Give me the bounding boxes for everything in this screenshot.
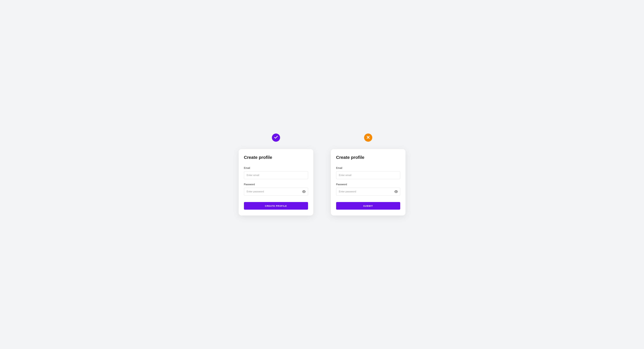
password-input[interactable] bbox=[244, 188, 308, 196]
email-input-wrap bbox=[336, 171, 400, 179]
card-title: Create profile bbox=[336, 155, 400, 160]
comparison-container: Create profile Email Password bbox=[239, 134, 406, 215]
good-card: Create profile Email Password bbox=[239, 149, 313, 215]
password-input-wrap bbox=[336, 188, 400, 196]
password-label: Password bbox=[244, 183, 308, 186]
password-label: Password bbox=[336, 183, 400, 186]
email-input[interactable] bbox=[244, 171, 308, 179]
card-title: Create profile bbox=[244, 155, 308, 160]
password-input[interactable] bbox=[336, 188, 400, 196]
check-badge bbox=[272, 134, 280, 142]
password-input-wrap bbox=[244, 188, 308, 196]
password-field-group: Password bbox=[244, 183, 308, 196]
eye-icon[interactable] bbox=[302, 190, 306, 193]
submit-button[interactable]: Submit bbox=[336, 202, 400, 210]
email-input[interactable] bbox=[336, 171, 400, 179]
check-icon bbox=[274, 135, 278, 140]
svg-point-0 bbox=[304, 191, 304, 192]
create-profile-button[interactable]: Create Profile bbox=[244, 202, 308, 210]
email-label: Email bbox=[244, 167, 308, 170]
bad-example: Create profile Email Password bbox=[331, 134, 406, 215]
email-field-group: Email bbox=[244, 167, 308, 179]
cross-icon bbox=[366, 135, 370, 140]
cross-badge bbox=[364, 134, 372, 142]
email-label: Email bbox=[336, 167, 400, 170]
email-input-wrap bbox=[244, 171, 308, 179]
email-field-group: Email bbox=[336, 167, 400, 179]
password-field-group: Password bbox=[336, 183, 400, 196]
bad-card: Create profile Email Password bbox=[331, 149, 406, 215]
svg-point-3 bbox=[396, 191, 396, 192]
good-example: Create profile Email Password bbox=[239, 134, 313, 215]
eye-icon[interactable] bbox=[394, 190, 398, 193]
